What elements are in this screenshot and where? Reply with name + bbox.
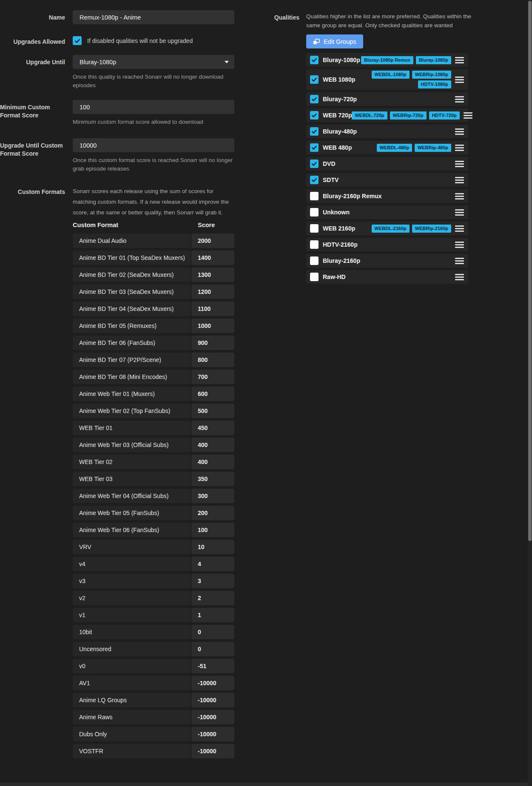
custom-format-score-input[interactable]: 1: [191, 608, 234, 622]
drag-handle-icon[interactable]: [455, 258, 464, 264]
custom-format-name: Anime Web Tier 06 (FanSubs): [73, 523, 191, 537]
custom-format-score-input[interactable]: 1000: [191, 319, 234, 333]
drag-handle-icon[interactable]: [455, 57, 464, 63]
custom-format-score-input[interactable]: 1100: [191, 302, 234, 316]
custom-format-score-input[interactable]: -10000: [191, 693, 234, 707]
quality-checkbox[interactable]: [310, 56, 319, 64]
drag-handle-icon[interactable]: [455, 161, 464, 167]
scrollbar-thumb[interactable]: [528, 1, 532, 541]
custom-format-name: Anime Web Tier 01 (Muxers): [73, 387, 191, 401]
custom-format-score-input[interactable]: 700: [191, 370, 234, 384]
upgrade-until-select[interactable]: Bluray-1080p: [73, 55, 234, 69]
custom-format-row: Anime BD Tier 04 (SeaDex Muxers)1100: [73, 302, 234, 316]
custom-format-row: Anime Web Tier 04 (Official Subs)300: [73, 489, 234, 503]
quality-row: Bluray-720p: [306, 92, 468, 106]
custom-format-name: Anime Web Tier 02 (Top FanSubs): [73, 404, 191, 418]
drag-handle-icon[interactable]: [455, 193, 464, 199]
custom-format-score-input[interactable]: 900: [191, 336, 234, 350]
quality-checkbox[interactable]: [310, 111, 319, 120]
custom-format-table-header: Custom Format Score: [73, 222, 234, 228]
drag-handle-icon[interactable]: [455, 225, 464, 232]
custom-format-score-input[interactable]: 350: [191, 472, 234, 486]
custom-format-name: WEB Tier 02: [73, 455, 191, 469]
drag-handle-icon[interactable]: [455, 242, 464, 248]
drag-handle-icon[interactable]: [455, 128, 464, 135]
custom-format-score-input[interactable]: 0: [191, 642, 234, 656]
custom-format-score-input[interactable]: 3: [191, 574, 234, 588]
custom-format-score-input[interactable]: 800: [191, 353, 234, 367]
custom-format-score-input[interactable]: -10000: [191, 744, 234, 758]
drag-handle-icon[interactable]: [464, 112, 472, 119]
custom-format-row: 10bit0: [73, 625, 234, 639]
quality-checkbox[interactable]: [310, 256, 319, 265]
custom-format-score-input[interactable]: 10: [191, 540, 234, 554]
custom-format-score-input[interactable]: -51: [191, 659, 234, 673]
edit-groups-button[interactable]: Edit Groups: [306, 34, 363, 48]
quality-row: WEB 720pWEBDL-720pWEBRip-720pHDTV-720p: [306, 108, 468, 122]
custom-format-score-input[interactable]: 1200: [191, 285, 234, 299]
custom-format-name: Anime Web Tier 04 (Official Subs): [73, 489, 191, 503]
upgrades-allowed-label: Upgrades Allowed: [0, 34, 65, 46]
custom-format-score-input[interactable]: 2: [191, 591, 234, 605]
drag-handle-icon[interactable]: [455, 177, 464, 183]
custom-format-row: WEB Tier 01450: [73, 421, 234, 435]
custom-format-row: v22: [73, 591, 234, 605]
quality-checkbox[interactable]: [310, 143, 319, 152]
quality-badge-line: Bluray-1080p RemuxBluray-1080p: [361, 56, 451, 64]
custom-format-name: v4: [73, 557, 191, 571]
drag-handle-icon[interactable]: [455, 145, 464, 151]
modal-footer-edge: [0, 783, 528, 786]
drag-handle-icon[interactable]: [455, 96, 464, 103]
quality-checkbox[interactable]: [310, 159, 319, 168]
custom-format-score-input[interactable]: 4: [191, 557, 234, 571]
custom-format-score-input[interactable]: 1400: [191, 251, 234, 265]
quality-checkbox[interactable]: [310, 192, 319, 200]
custom-format-score-input[interactable]: 1300: [191, 268, 234, 282]
quality-name: HDTV-2160p: [323, 241, 358, 248]
custom-format-score-input[interactable]: 200: [191, 506, 234, 520]
upgrade-until-custom-format-score-input[interactable]: 10000: [73, 138, 234, 152]
custom-format-score-input[interactable]: 100: [191, 523, 234, 537]
quality-checkbox[interactable]: [310, 75, 319, 84]
upgrade-until-custom-format-score-row: Upgrade Until Custom Format Score 10000 …: [0, 138, 238, 173]
quality-checkbox[interactable]: [310, 240, 319, 249]
checkmark-icon: [74, 38, 80, 44]
custom-format-table-body: Anime Dual Audio2000Anime BD Tier 01 (To…: [73, 234, 234, 758]
custom-format-score-input[interactable]: 450: [191, 421, 234, 435]
custom-format-row: Uncensored0: [73, 642, 234, 656]
scrollbar-track[interactable]: [528, 0, 532, 786]
custom-format-row: Anime BD Tier 08 (Mini Encodes)700: [73, 370, 234, 384]
quality-checkbox[interactable]: [310, 127, 319, 136]
quality-checkbox[interactable]: [310, 176, 319, 184]
quality-row: Bluray-480p: [306, 125, 468, 138]
quality-checkbox[interactable]: [310, 95, 319, 103]
custom-format-name: v1: [73, 608, 191, 622]
custom-format-name: Anime Dual Audio: [73, 234, 191, 248]
quality-checkbox[interactable]: [310, 208, 319, 216]
custom-format-score-input[interactable]: 300: [191, 489, 234, 503]
custom-format-score-input[interactable]: 400: [191, 455, 234, 469]
custom-format-row: WEB Tier 03350: [73, 472, 234, 486]
custom-format-score-input[interactable]: -10000: [191, 710, 234, 724]
custom-format-score-input[interactable]: -10000: [191, 676, 234, 690]
drag-handle-icon[interactable]: [455, 274, 464, 280]
custom-format-score-input[interactable]: 600: [191, 387, 234, 401]
custom-format-score-input[interactable]: 2000: [191, 234, 234, 248]
drag-handle-icon[interactable]: [455, 77, 464, 83]
custom-format-row: Anime Web Tier 01 (Muxers)600: [73, 387, 234, 401]
quality-name: Raw-HD: [323, 273, 346, 280]
custom-format-score-input[interactable]: 400: [191, 438, 234, 452]
quality-checkbox[interactable]: [310, 273, 319, 281]
upgrades-allowed-checkbox[interactable]: [73, 36, 82, 45]
custom-format-score-input[interactable]: 0: [191, 625, 234, 639]
checkmark-icon: [311, 96, 317, 102]
custom-format-score-input[interactable]: 500: [191, 404, 234, 418]
custom-format-score-input[interactable]: -10000: [191, 727, 234, 741]
quality-checkbox[interactable]: [310, 224, 319, 233]
min-custom-format-score-input[interactable]: 100: [73, 100, 234, 114]
name-input[interactable]: Remux-1080p - Anime: [73, 10, 234, 24]
checkmark-icon: [311, 161, 317, 167]
quality-row: Unknown: [306, 205, 468, 219]
custom-format-name: 10bit: [73, 625, 191, 639]
drag-handle-icon[interactable]: [455, 209, 464, 216]
